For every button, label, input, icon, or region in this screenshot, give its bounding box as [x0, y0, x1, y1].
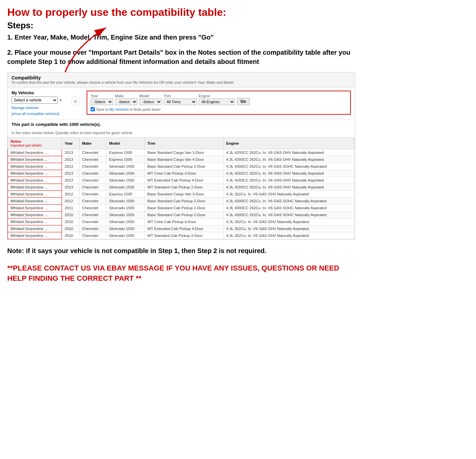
- save-checkbox[interactable]: [91, 107, 95, 111]
- table-cell: Silverado 1500: [106, 163, 145, 170]
- notes-cell: Mfrlabel:Serpentine ....: [8, 149, 62, 156]
- table-cell: Chevrolet: [79, 170, 106, 177]
- table-cell: Base Standard Cargo Van 3-Door: [145, 191, 224, 198]
- notes-cell: Mfrlabel:Serpentine ...: [8, 212, 62, 218]
- table-row: Mfrlabel:Serpentine ...2010ChevroletSilv…: [8, 218, 355, 225]
- my-vehicles-link[interactable]: My Vehicles: [109, 107, 129, 111]
- table-row: Mfrlabel:Serpentine ...2010ChevroletSilv…: [8, 212, 355, 218]
- table-cell: WT Standard Cab Pickup 2-Door: [145, 232, 224, 239]
- table-cell: Express 1500: [106, 191, 145, 198]
- select-vehicle-dropdown[interactable]: Select a vehicle: [12, 97, 58, 104]
- notes-cell: Mfrlabel:Serpentine ...: [8, 218, 62, 225]
- table-cell: 4.3L 262Cu. In. V6 GAS OHV Naturally Asp…: [223, 225, 354, 232]
- table-cell: 4.3L 4300CC 262Cu. In. V6 GAS SOHC Natur…: [223, 198, 354, 205]
- table-row: Mfrlabel:Serpentine ...2013ChevroletSilv…: [8, 170, 355, 177]
- table-cell: 2010: [62, 212, 79, 218]
- table-cell: WT Crew Cab Pickup 4-Door: [145, 170, 224, 177]
- make-select[interactable]: -Select-: [115, 99, 137, 105]
- table-cell: Chevrolet: [79, 212, 106, 218]
- table-cell: Chevrolet: [79, 225, 106, 232]
- table-cell: Silverado 1500: [106, 212, 145, 218]
- table-cell: 4.3L 4293CC 262Cu. In. V6 GAS OHV Natura…: [223, 184, 354, 191]
- compatible-count: This part is compatible with 1000 vehicl…: [8, 119, 355, 129]
- table-cell: Silverado 1500: [106, 177, 145, 184]
- compat-header: Compatibility To confirm that this part …: [8, 72, 355, 87]
- table-cell: WT Extended Cab Pickup 4-Door: [145, 225, 224, 232]
- trim-select[interactable]: All Trims: [164, 99, 197, 105]
- table-cell: Base Standard Cab Pickup 2-Door: [145, 198, 224, 205]
- notes-cell: Mfrlabel:Serpentine ...: [8, 232, 62, 239]
- steps-label: Steps:: [7, 20, 355, 31]
- manage-vehicles-link[interactable]: Manage vehicles: [12, 106, 64, 110]
- table-row: Mfrlabel:Serpentine ...2013ChevroletSilv…: [8, 177, 355, 184]
- table-cell: Chevrolet: [79, 163, 106, 170]
- go-button[interactable]: Go: [237, 98, 250, 105]
- table-cell: Base Standard Cargo Van 3-Door: [145, 149, 224, 156]
- table-cell: Chevrolet: [79, 232, 106, 239]
- table-cell: Silverado 1500: [106, 225, 145, 232]
- table-row: Mfrlabel:Serpentine....2013ChevroletExpr…: [8, 156, 355, 163]
- table-cell: 4.3L 4293CC 262Cu. In. V6 GAS OHV Natura…: [223, 149, 354, 156]
- table-row: Mfrlabel:Serpentine ...2013ChevroletSilv…: [8, 163, 355, 170]
- table-cell: Chevrolet: [79, 205, 106, 212]
- table-row: Mfrlabel:Serpentine ...2010ChevroletSilv…: [8, 225, 355, 232]
- table-cell: 2010: [62, 225, 79, 232]
- table-cell: 2012: [62, 191, 79, 198]
- table-cell: 4.3L 4300CC 262Cu. In. V6 GAS SOHC Natur…: [223, 205, 354, 212]
- col-make: Make: [79, 138, 106, 149]
- table-cell: 2011: [62, 205, 79, 212]
- make-label: Make: [115, 94, 137, 98]
- table-cell: 4.3L 4293CC 262Cu. In. V6 GAS OHV Natura…: [223, 170, 354, 177]
- table-cell: Chevrolet: [79, 177, 106, 184]
- contact-text: **PLEASE CONTACT US VIA EBAY MESSAGE IF …: [7, 263, 355, 284]
- table-cell: Silverado 1500: [106, 232, 145, 239]
- col-trim: Trim: [145, 138, 224, 149]
- table-cell: 4.3L 262Cu. In. V6 GAS OHV Naturally Asp…: [223, 232, 354, 239]
- table-cell: Silverado 1500: [106, 198, 145, 205]
- engine-label: Engine: [199, 94, 235, 98]
- dropdown-arrow-icon: ▼: [59, 99, 62, 102]
- table-cell: 4.3L 262Cu. In. V6 GAS OHV Naturally Asp…: [223, 191, 354, 198]
- table-row: Mfrlabel:Serpentine ...2012ChevroletExpr…: [8, 191, 355, 198]
- notes-cell: Mfrlabel:Serpentine ...: [8, 198, 62, 205]
- compat-body: My Vehicles Select a vehicle ▼ Manage ve…: [8, 87, 355, 119]
- show-all-link[interactable]: [show all compatible vehicles]: [12, 112, 64, 116]
- table-row: Mfrlabel:Serpentine ...2011ChevroletSilv…: [8, 205, 355, 212]
- table-cell: 4.3L 4293CC 262Cu. In. V6 GAS OHV Natura…: [223, 156, 354, 163]
- table-cell: 4.3L 4300CC 262Cu. In. V6 GAS SOHC Natur…: [223, 163, 354, 170]
- my-vehicles-label: My Vehicles: [12, 91, 64, 95]
- model-select[interactable]: -Select-: [139, 99, 162, 105]
- table-cell: WT Crew Cab Pickup 4-Door: [145, 218, 224, 225]
- table-cell: Express 1500: [106, 156, 145, 163]
- table-cell: 2013: [62, 149, 79, 156]
- notes-cell: Mfrlabel:Serpentine ...: [8, 184, 62, 191]
- table-cell: WT Extended Cab Pickup 4-Door: [145, 177, 224, 184]
- col-engine: Engine: [223, 138, 354, 149]
- note-bottom-text: Note: if it says your vehicle is not com…: [7, 246, 355, 255]
- table-cell: WT Standard Cab Pickup 2-Door: [145, 184, 224, 191]
- vehicle-form-row: Year -Select- Make -Select- Model: [91, 94, 347, 105]
- table-cell: Express 1500: [106, 149, 145, 156]
- table-cell: 2010: [62, 218, 79, 225]
- notes-cell: Mfrlabel:Serpentine ...: [8, 163, 62, 170]
- col-notes: NotesImportant part details: [8, 138, 62, 149]
- col-model: Model: [106, 138, 145, 149]
- engine-select[interactable]: All Engines: [199, 99, 235, 105]
- year-select[interactable]: -Select-: [91, 99, 113, 105]
- table-cell: Silverado 1500: [106, 218, 145, 225]
- compat-sub: To confirm that this part fits your vehi…: [12, 80, 351, 84]
- table-cell: Silverado 1500: [106, 205, 145, 212]
- step1-text: 1. Enter Year, Make, Model, Trim, Engine…: [7, 33, 355, 42]
- trim-label: Trim: [164, 94, 197, 98]
- table-cell: Base Standard Cab Pickup 2-Door: [145, 205, 224, 212]
- notes-cell: Mfrlabel:Serpentine ...: [8, 170, 62, 177]
- table-cell: Chevrolet: [79, 156, 106, 163]
- model-label: Model: [139, 94, 162, 98]
- table-cell: 4.3L 4293CC 262Cu. In. V6 GAS OHV Natura…: [223, 177, 354, 184]
- table-row: Mfrlabel:Serpentine ...2013ChevroletSilv…: [8, 184, 355, 191]
- notes-cell: Mfrlabel:Serpentine....: [8, 156, 62, 163]
- compat-table-wrapper: NotesImportant part details Year Make Mo…: [8, 137, 355, 239]
- notes-cell: Mfrlabel:Serpentine ...: [8, 225, 62, 232]
- year-field: Year -Select-: [91, 94, 113, 105]
- engine-field: Engine All Engines: [199, 94, 235, 105]
